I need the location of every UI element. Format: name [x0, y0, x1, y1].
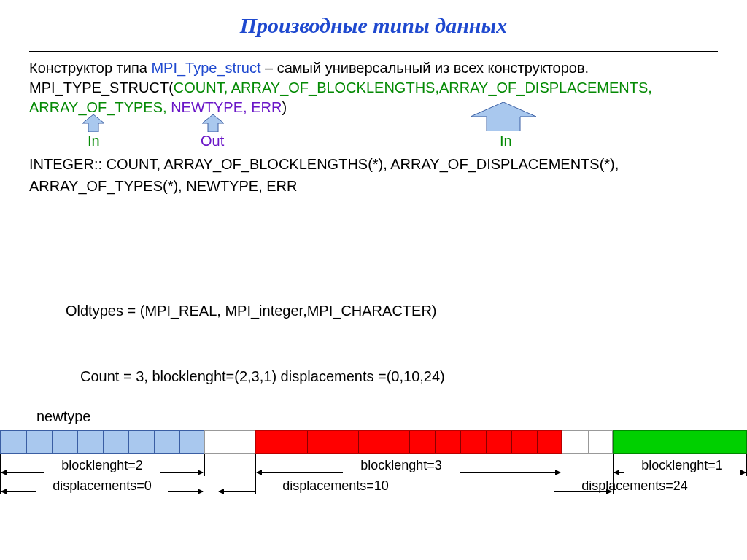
- label-out: Out: [201, 133, 224, 149]
- sig-args-out: NEWTYPE, ERR: [167, 99, 282, 115]
- sig-head: MPI_TYPE_STRUCT(: [29, 79, 174, 96]
- newtype-label: newtype: [36, 408, 91, 425]
- divider: [29, 51, 718, 52]
- function-name: MPI_Type_struct: [151, 60, 260, 76]
- label-in: In: [88, 133, 100, 149]
- block-gap: [204, 430, 255, 454]
- arrow-up-icon: [471, 102, 536, 131]
- intro-suffix: – самый универсальный из всех конструкто…: [261, 60, 589, 76]
- dim-bl3: blocklenght=1: [624, 458, 740, 473]
- decl-line-1: INTEGER:: COUNT, ARRAY_OF_BLOCKLENGTHS(*…: [29, 156, 619, 172]
- label-in: In: [500, 133, 512, 149]
- decl-line-2: ARRAY_OF_TYPES(*), NEWTYPE, ERR: [29, 178, 297, 194]
- count-line: Count = 3, blocklenght=(2,3,1) displacem…: [80, 368, 445, 385]
- svg-marker-0: [82, 114, 104, 132]
- dim-bl2: blocklenght=3: [343, 458, 460, 473]
- arrow-up-icon: [82, 114, 104, 132]
- svg-marker-2: [471, 102, 536, 131]
- block-integer: [255, 430, 562, 454]
- arrow-up-icon: [202, 114, 224, 132]
- dim-d1: displacements=0: [36, 478, 168, 494]
- declaration: INTEGER:: COUNT, ARRAY_OF_BLOCKLENGTHS(*…: [29, 153, 718, 197]
- block-gap: [562, 430, 613, 454]
- block-character: [613, 430, 747, 454]
- intro-prefix: Конструктор типа: [29, 60, 151, 76]
- block-real: [0, 430, 204, 454]
- dim-bl1: blocklenght=2: [44, 458, 160, 473]
- dim-d3: displacements=24: [562, 478, 708, 494]
- memory-diagram: blocklenght=2 blocklenght=3 blocklenght=…: [0, 430, 747, 540]
- sig-close: ): [282, 99, 287, 115]
- intro-text: Конструктор типа MPI_Type_struct – самый…: [29, 58, 718, 117]
- slide-title: Производные типы данных: [0, 13, 747, 38]
- oldtypes-line: Oldtypes = (MPI_REAL, MPI_integer,MPI_CH…: [66, 303, 437, 319]
- slide: Производные типы данных Конструктор типа…: [0, 0, 747, 560]
- svg-marker-1: [202, 114, 224, 132]
- dim-d2: displacements=10: [263, 478, 409, 494]
